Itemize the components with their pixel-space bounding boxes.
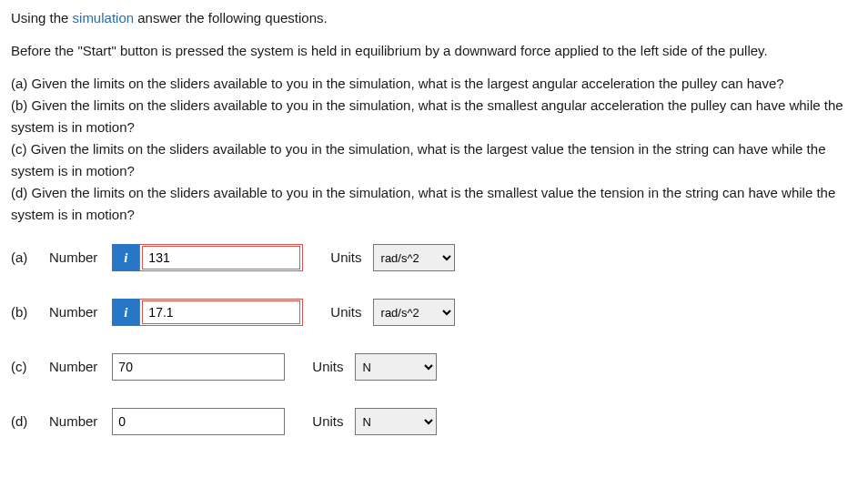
units-label: Units xyxy=(312,411,343,432)
question-c: (c) Given the limits on the sliders avai… xyxy=(11,138,857,182)
part-label-a: (a) xyxy=(11,247,38,269)
question-a: (a) Given the limits on the sliders avai… xyxy=(11,73,857,95)
units-select-a[interactable]: rad/s^2 xyxy=(373,244,455,271)
number-input-c[interactable] xyxy=(112,353,285,381)
setup-text: Before the "Start" button is pressed the… xyxy=(11,40,857,62)
units-label: Units xyxy=(312,356,343,378)
units-select-d[interactable]: N xyxy=(355,408,437,435)
intro-prefix: Using the xyxy=(11,10,73,25)
number-input-d[interactable] xyxy=(112,408,285,435)
part-label-b: (b) xyxy=(11,301,38,323)
input-wrap-b xyxy=(139,299,303,326)
simulation-link[interactable]: simulation xyxy=(73,10,135,25)
answer-row-d: (d) Number Units N xyxy=(11,408,857,435)
units-label: Units xyxy=(330,301,361,323)
answer-row-b: (b) Number i Units rad/s^2 xyxy=(11,299,857,326)
number-input-b[interactable] xyxy=(142,300,300,324)
number-label: Number xyxy=(49,301,97,323)
intro-text: Using the simulation answer the followin… xyxy=(11,7,857,29)
number-label: Number xyxy=(49,356,97,378)
question-d: (d) Given the limits on the sliders avai… xyxy=(11,182,857,226)
units-select-c[interactable]: N xyxy=(355,353,437,381)
answer-row-a: (a) Number i Units rad/s^2 xyxy=(11,244,857,271)
part-label-c: (c) xyxy=(11,356,38,378)
info-icon[interactable]: i xyxy=(112,299,139,326)
answer-row-c: (c) Number Units N xyxy=(11,353,857,381)
number-label: Number xyxy=(49,411,97,432)
intro-suffix: answer the following questions. xyxy=(134,10,328,25)
part-label-d: (d) xyxy=(11,411,38,432)
number-label: Number xyxy=(49,247,97,269)
input-wrap-a xyxy=(139,244,303,271)
units-label: Units xyxy=(330,247,361,269)
questions-block: (a) Given the limits on the sliders avai… xyxy=(11,73,857,226)
number-input-a[interactable] xyxy=(142,246,300,270)
question-b: (b) Given the limits on the sliders avai… xyxy=(11,95,857,138)
info-icon[interactable]: i xyxy=(112,244,139,271)
units-select-b[interactable]: rad/s^2 xyxy=(373,299,455,326)
